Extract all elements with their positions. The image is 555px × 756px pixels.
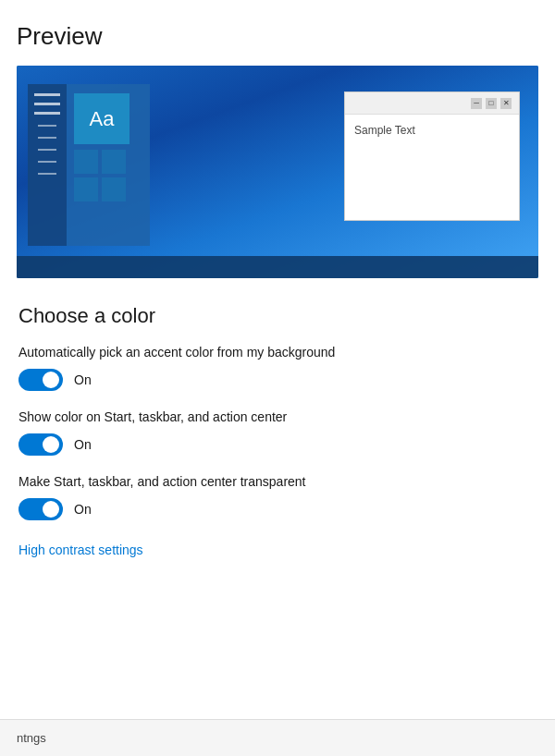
page-title: Preview — [17, 22, 538, 51]
small-tile-3 — [74, 177, 98, 201]
toggle-value-3: On — [74, 502, 92, 517]
win-minimize: ─ — [471, 98, 482, 109]
toggle-switch-2[interactable] — [18, 433, 63, 456]
toggle-track-2 — [18, 433, 63, 456]
menu-line-8 — [38, 173, 56, 175]
toggle-label-3: Make Start, taskbar, and action center t… — [18, 474, 536, 489]
menu-line-2 — [34, 103, 60, 105]
page-container: Preview Aa — [0, 0, 555, 631]
preview-window: ─ □ ✕ Sample Text — [344, 91, 520, 221]
toggle-value-1: On — [74, 372, 92, 387]
section-title-choose-color: Choose a color — [18, 304, 536, 328]
window-body: Sample Text — [345, 115, 519, 220]
win-maximize: □ — [486, 98, 497, 109]
window-controls: ─ □ ✕ — [471, 98, 512, 109]
bottom-nav-text: ntngs — [17, 731, 46, 745]
desktop-background: Aa ─ □ ✕ — [17, 66, 538, 278]
toggle-track-1 — [18, 369, 63, 391]
menu-line-6 — [38, 149, 56, 151]
bottom-nav: ntngs — [0, 719, 555, 756]
toggle-track-3 — [18, 498, 63, 520]
toggle-label-1: Automatically pick an accent color from … — [18, 345, 536, 360]
toggle-group-1: On — [18, 369, 536, 391]
small-tile-2 — [102, 150, 126, 174]
taskbar — [17, 256, 538, 278]
toggle-group-2: On — [18, 433, 536, 456]
small-tile-4 — [102, 177, 126, 201]
aa-tile: Aa — [74, 93, 130, 144]
toggle-switch-3[interactable] — [18, 498, 63, 520]
start-menu-left — [28, 84, 67, 246]
toggle-row-3: Make Start, taskbar, and action center t… — [18, 474, 536, 520]
menu-line-4 — [38, 125, 56, 127]
toggle-thumb-1 — [43, 372, 59, 388]
preview-area: Aa ─ □ ✕ — [17, 66, 538, 278]
high-contrast-link[interactable]: High contrast settings — [18, 543, 536, 557]
small-tiles — [74, 150, 142, 201]
toggle-value-2: On — [74, 437, 92, 452]
toggle-switch-1[interactable] — [18, 369, 63, 391]
toggle-label-2: Show color on Start, taskbar, and action… — [18, 409, 536, 424]
menu-line-7 — [38, 161, 56, 163]
small-tile-1 — [74, 150, 98, 174]
content-section: Choose a color Automatically pick an acc… — [17, 304, 538, 557]
menu-line-3 — [34, 112, 60, 115]
window-titlebar: ─ □ ✕ — [345, 92, 519, 115]
toggle-thumb-2 — [43, 436, 59, 453]
menu-line-1 — [34, 93, 60, 96]
toggle-row-1: Automatically pick an accent color from … — [18, 345, 536, 391]
toggle-thumb-3 — [43, 501, 59, 518]
toggle-row-2: Show color on Start, taskbar, and action… — [18, 409, 536, 456]
menu-line-5 — [38, 137, 56, 139]
win-close: ✕ — [500, 98, 512, 109]
toggle-group-3: On — [18, 498, 536, 520]
sample-text: Sample Text — [354, 124, 415, 137]
start-menu-tiles: Aa — [67, 84, 150, 246]
